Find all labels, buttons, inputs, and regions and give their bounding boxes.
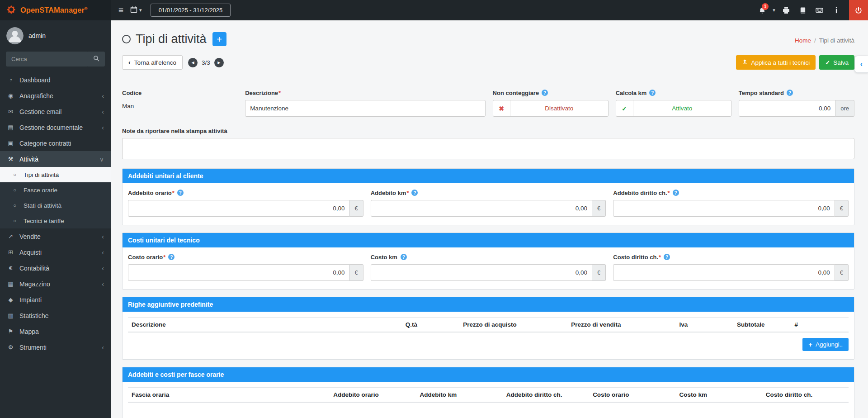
chevron-left-icon: ‹ bbox=[102, 344, 104, 351]
column-header: Costo diritto ch. bbox=[762, 388, 849, 403]
sidebar-subitem-tecnici-e-tariffe[interactable]: ○ Tecnici e tariffe bbox=[0, 213, 111, 228]
note-label: Note da riportare nella stampa attività bbox=[122, 127, 854, 135]
help-tooltip-icon[interactable]: ? bbox=[787, 90, 793, 96]
notification-badge: 1 bbox=[762, 3, 769, 10]
costo-orario-label: Costo orario* ? bbox=[128, 253, 363, 261]
calendar-dropdown[interactable]: ▾ bbox=[130, 5, 142, 15]
help-tooltip-icon[interactable]: ? bbox=[411, 190, 418, 196]
addebito-km-input[interactable] bbox=[371, 200, 592, 217]
chevron-left-icon: ‹ bbox=[128, 59, 131, 66]
panel-righe-aggiuntive: Righe aggiuntive predefinite Descrizione… bbox=[122, 297, 854, 360]
previous-record-button[interactable]: ◀ bbox=[188, 58, 198, 67]
sidebar-item-gestione-documentale[interactable]: ▤ Gestione documentale ‹ bbox=[0, 119, 111, 135]
euro-icon: € bbox=[7, 265, 14, 271]
sidebar-item-attivita[interactable]: ⚒ Attività ∨ bbox=[0, 151, 111, 167]
sidebar-item-impianti[interactable]: ◆ Impianti bbox=[0, 292, 111, 308]
date-range-picker[interactable]: 01/01/2025 - 31/12/2025 bbox=[151, 4, 231, 17]
search-input[interactable] bbox=[6, 52, 88, 66]
addebito-diritto-label: Addebito diritto ch.* ? bbox=[613, 189, 849, 197]
addebito-orario-input[interactable] bbox=[128, 200, 349, 217]
brand-logo[interactable]: OpenSTAManager® bbox=[0, 0, 111, 20]
sidebar-item-anagrafiche[interactable]: ◉ Anagrafiche ‹ bbox=[0, 88, 111, 104]
sidebar-item-statistiche[interactable]: ▥ Statistiche bbox=[0, 308, 111, 323]
back-to-list-button[interactable]: ‹ Torna all'elenco bbox=[122, 55, 183, 70]
sidebar-subitem-fasce-orarie[interactable]: ○ Fasce orarie bbox=[0, 182, 111, 198]
sidebar-item-label: Gestione email bbox=[19, 108, 97, 115]
sidebar: admin ◔ Dashboard ◉ Anagrafiche ‹ ✉ Gest… bbox=[0, 20, 111, 418]
descrizione-input[interactable] bbox=[245, 100, 485, 117]
chevron-left-icon: ‹ bbox=[102, 108, 104, 115]
plus-icon: + bbox=[808, 341, 812, 348]
sidebar-toggle-hamburger-icon[interactable]: ≡ bbox=[118, 5, 123, 15]
search-button[interactable] bbox=[88, 52, 105, 66]
sidebar-item-magazzino[interactable]: ▦ Magazzino ‹ bbox=[0, 276, 111, 292]
sidebar-item-gestione-email[interactable]: ✉ Gestione email ‹ bbox=[0, 104, 111, 119]
panel-header: Righe aggiuntive predefinite bbox=[123, 297, 854, 312]
costo-orario-input[interactable] bbox=[128, 264, 349, 281]
sidebar-item-label: Mappa bbox=[19, 328, 99, 335]
sidebar-item-dashboard[interactable]: ◔ Dashboard bbox=[0, 72, 111, 88]
circle-o-icon: ○ bbox=[11, 172, 19, 177]
non-conteggiare-toggle[interactable]: ✖ Disattivato bbox=[493, 100, 609, 117]
cart-icon: ⊞ bbox=[7, 249, 14, 256]
sidebar-item-categorie-contratti[interactable]: ▣ Categorie contratti bbox=[0, 135, 111, 151]
column-header: Prezzo di acquisto bbox=[459, 318, 567, 332]
euro-addon: € bbox=[349, 264, 363, 281]
next-record-button[interactable]: ▶ bbox=[214, 58, 224, 67]
addebito-orario-label: Addebito orario* ? bbox=[128, 189, 363, 197]
notifications-caret-icon[interactable]: ▾ bbox=[770, 0, 778, 20]
sidebar-subitem-tipi-di-attivita[interactable]: ○ Tipi di attività bbox=[0, 167, 111, 182]
docs-book-icon[interactable] bbox=[794, 0, 811, 20]
logout-power-button[interactable] bbox=[849, 0, 868, 20]
addebito-diritto-input[interactable] bbox=[613, 200, 835, 217]
impianti-icon: ◆ bbox=[7, 296, 14, 303]
email-icon: ✉ bbox=[7, 108, 14, 115]
boxes-icon: ▦ bbox=[7, 280, 14, 287]
sidebar-item-strumenti[interactable]: ⚙ Strumenti ‹ bbox=[0, 339, 111, 355]
help-tooltip-icon[interactable]: ? bbox=[673, 190, 679, 196]
help-tooltip-icon[interactable]: ? bbox=[401, 254, 407, 260]
apply-to-all-technicians-button[interactable]: Applica a tutti i tecnici bbox=[736, 55, 816, 70]
add-record-button[interactable]: + bbox=[212, 32, 226, 46]
help-tooltip-icon[interactable]: ? bbox=[542, 90, 548, 96]
chevron-left-icon: ‹ bbox=[102, 124, 104, 131]
help-tooltip-icon[interactable]: ? bbox=[664, 254, 670, 260]
brand-name: OpenSTAManager® bbox=[20, 6, 87, 14]
print-icon[interactable] bbox=[778, 0, 794, 20]
sidebar-subitem-label: Tecnici e tariffe bbox=[24, 218, 104, 224]
sidebar-subitem-stati-di-attivita[interactable]: ○ Stati di attività bbox=[0, 198, 111, 213]
breadcrumb-home-link[interactable]: Home bbox=[795, 37, 811, 44]
help-tooltip-icon[interactable]: ? bbox=[168, 254, 175, 260]
ore-addon: ore bbox=[835, 100, 854, 117]
codice-label: Codice bbox=[122, 89, 238, 97]
info-icon[interactable] bbox=[828, 0, 844, 20]
circle-o-icon: ○ bbox=[11, 218, 19, 223]
record-pagination: 3/3 bbox=[202, 59, 210, 66]
fasce-orarie-table: Fascia oraria Addebito orario Addebito k… bbox=[128, 387, 849, 418]
notifications-bell-icon[interactable]: 1 bbox=[754, 0, 770, 20]
add-row-button[interactable]: + Aggiungi.. bbox=[802, 338, 849, 351]
help-tooltip-icon[interactable]: ? bbox=[649, 90, 656, 96]
main-form-row: Codice Man Descrizione* Non conteggiare … bbox=[111, 70, 868, 117]
sidebar-item-vendite[interactable]: ↗ Vendite ‹ bbox=[0, 228, 111, 244]
costo-diritto-input[interactable] bbox=[613, 264, 835, 281]
chevron-left-icon: ‹ bbox=[860, 60, 863, 69]
sidebar-item-acquisti[interactable]: ⊞ Acquisti ‹ bbox=[0, 244, 111, 260]
keyboard-shortcuts-icon[interactable] bbox=[811, 0, 828, 20]
tempo-standard-input[interactable] bbox=[739, 100, 835, 117]
sidebar-subitem-label: Stati di attività bbox=[24, 202, 104, 209]
side-panel-toggle-tab[interactable]: ‹ bbox=[854, 56, 868, 73]
note-textarea[interactable] bbox=[122, 138, 854, 159]
archive-icon: ▤ bbox=[7, 124, 14, 131]
help-tooltip-icon[interactable]: ? bbox=[177, 190, 184, 196]
panel-addebiti-unitari: Addebiti unitari al cliente Addebito ora… bbox=[122, 168, 854, 225]
sidebar-item-mappa[interactable]: ⚑ Mappa bbox=[0, 323, 111, 339]
non-conteggiare-label: Non conteggiare ? bbox=[493, 89, 609, 97]
costo-km-input[interactable] bbox=[371, 264, 592, 281]
calcola-km-toggle[interactable]: ✓ Attivato bbox=[616, 100, 731, 117]
sidebar-item-contabilita[interactable]: € Contabilità ‹ bbox=[0, 260, 111, 276]
chevron-left-icon: ‹ bbox=[102, 233, 104, 240]
toggle-state-label: Attivato bbox=[633, 100, 731, 116]
breadcrumb-separator: / bbox=[814, 37, 816, 44]
save-button[interactable]: ✓ Salva bbox=[819, 55, 854, 70]
